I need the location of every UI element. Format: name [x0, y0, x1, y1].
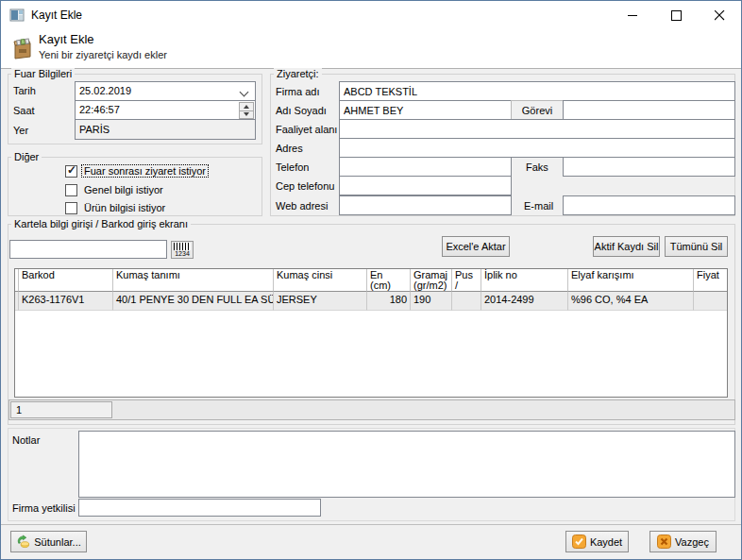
cell-kumas-cinsi[interactable]: JERSEY: [274, 292, 367, 311]
window-controls: [611, 1, 741, 29]
aktif-kaydi-sil-label: Aktif Kaydı Sil: [595, 241, 659, 252]
firma-yetkilisi-input[interactable]: [78, 499, 321, 517]
add-record-dialog: Kayıt Ekle Kayıt Ekle Yen: [0, 0, 742, 560]
yer-value: PARİS: [79, 124, 110, 135]
firma-adi-label: Firma adı: [276, 86, 319, 97]
email-label: E-mail: [524, 200, 553, 212]
page-subtitle: Yeni bir ziyaretçi kaydı ekler: [39, 49, 167, 60]
column-header-iplik-no[interactable]: İplik no: [481, 269, 568, 292]
cell-kumas-tanimi[interactable]: 40/1 PENYE 30 DEN FULL EA SÜ: [113, 292, 274, 311]
kartela-table[interactable]: Barkod Kumaş tanımı Kumaş cinsi En (cm) …: [14, 268, 728, 398]
gorevi-label-cell: Görevi: [511, 100, 564, 120]
cell-iplik-no[interactable]: 2014-2499: [481, 292, 568, 311]
column-header-en-cm[interactable]: En (cm): [367, 269, 411, 292]
close-icon: [715, 10, 725, 21]
aktif-kaydi-sil-button[interactable]: Aktif Kaydı Sil: [593, 236, 660, 257]
tarih-value: 25.02.2019: [79, 85, 131, 96]
faaliyet-alani-label: Faaliyet alanı: [276, 124, 337, 135]
column-header-kumas-cinsi[interactable]: Kumaş cinsi: [274, 269, 367, 292]
page-title: Kayıt Ekle: [39, 32, 94, 46]
maximize-button[interactable]: [654, 1, 698, 29]
column-header-barkod[interactable]: Barkod: [19, 269, 113, 292]
table-row[interactable]: K263-1176V1 40/1 PENYE 30 DEN FULL EA SÜ…: [15, 292, 727, 311]
cep-telefonu-input[interactable]: [339, 176, 512, 195]
email-input[interactable]: [563, 195, 735, 215]
firma-adi-input[interactable]: [339, 81, 735, 101]
table-header-row: Barkod Kumaş tanımı Kumaş cinsi En (cm) …: [15, 269, 727, 292]
adi-soyadi-label: Adı Soyadı: [276, 105, 327, 116]
record-navigator: 1: [8, 399, 735, 420]
tumunu-sil-button[interactable]: Tümünü Sil: [665, 236, 728, 257]
close-button[interactable]: [698, 1, 741, 29]
barcode-icon-text: 1234: [175, 250, 190, 257]
cell-elyaf-karisimi[interactable]: %96 CO, %4 EA: [568, 292, 694, 311]
card-file-icon: [10, 36, 35, 60]
spin-up-icon: [244, 105, 249, 109]
column-header-pus-fein[interactable]: Pus / Fein: [452, 269, 481, 292]
minimize-button[interactable]: [611, 1, 654, 29]
telefon-input[interactable]: [339, 157, 512, 177]
gorevi-input[interactable]: [563, 100, 735, 120]
column-header-gramaj[interactable]: Gramaj (gr/m2): [411, 269, 452, 292]
columns-icon: [16, 535, 30, 549]
cep-telefonu-label: Cep telefonu: [276, 180, 334, 192]
excel-aktar-label: Excel'e Aktar: [446, 241, 505, 252]
dialog-header: Kayıt Ekle Yeni bir ziyaretçi kaydı ekle…: [1, 29, 741, 69]
checkbox-label: Ürün bilgisi istiyor: [82, 202, 167, 213]
checkbox-fuar-sonrasi[interactable]: Fuar sonrası ziyaret istiyor: [65, 163, 208, 178]
cell-fiyat[interactable]: [694, 292, 727, 311]
notlar-label: Notlar: [12, 434, 40, 446]
sutunlar-button[interactable]: Sütunlar...: [10, 531, 87, 552]
barkod-input[interactable]: [9, 240, 167, 259]
kaydet-label: Kaydet: [590, 536, 622, 548]
saat-label: Saat: [13, 105, 35, 116]
checkbox-genel-bilgi[interactable]: Genel bilgi istiyor: [65, 182, 165, 197]
notlar-textarea[interactable]: [78, 431, 735, 498]
web-adresi-input[interactable]: [339, 195, 512, 215]
saat-spinedit[interactable]: 22:46:57: [75, 100, 256, 120]
vazgec-button[interactable]: Vazgeç: [649, 531, 717, 552]
cancel-x-icon: [657, 535, 671, 549]
cell-en-cm[interactable]: 180: [367, 292, 411, 311]
cell-pus-fein[interactable]: [452, 292, 481, 311]
firma-yetkilisi-label: Firma yetkilisi: [12, 502, 76, 514]
save-check-icon: [572, 535, 586, 549]
checkbox-icon[interactable]: [65, 165, 77, 178]
tumunu-sil-label: Tümünü Sil: [670, 241, 723, 252]
cell-barkod[interactable]: K263-1176V1: [19, 292, 113, 311]
kaydet-button[interactable]: Kaydet: [565, 531, 629, 552]
spin-down-button[interactable]: [239, 110, 254, 120]
adres-label: Adres: [276, 143, 303, 154]
saat-spinner: [239, 102, 254, 119]
telefon-label: Telefon: [276, 161, 309, 173]
excel-aktar-button[interactable]: Excel'e Aktar: [442, 236, 510, 257]
tarih-combobox[interactable]: 25.02.2019: [75, 81, 256, 101]
kartela-legend: Kartela bilgi girişi / Barkod giriş ekra…: [11, 218, 191, 229]
gorevi-label: Görevi: [522, 105, 552, 116]
adi-soyadi-input[interactable]: [339, 100, 512, 120]
web-adresi-label: Web adresi: [276, 200, 328, 212]
adres-input[interactable]: [339, 138, 735, 158]
checkbox-icon[interactable]: [65, 184, 77, 196]
yer-label: Yer: [13, 125, 28, 136]
title-bar[interactable]: Kayıt Ekle: [1, 1, 741, 29]
fuar-bilgileri-legend: Fuar Bilgileri: [11, 68, 75, 79]
sutunlar-label: Sütunlar...: [34, 536, 81, 548]
checkbox-icon[interactable]: [65, 202, 77, 214]
saat-value: 22:46:57: [79, 104, 120, 115]
column-header-elyaf-karisimi[interactable]: Elyaf karışımı: [568, 269, 694, 292]
minimize-icon: [628, 10, 638, 21]
faaliyet-alani-input[interactable]: [339, 119, 735, 139]
barcode-icon: 1234: [171, 241, 194, 259]
column-header-kumas-tanimi[interactable]: Kumaş tanımı: [113, 269, 274, 292]
vazgec-label: Vazgeç: [675, 536, 709, 548]
checkbox-urun-bilgisi[interactable]: Ürün bilgisi istiyor: [65, 200, 167, 215]
faks-input[interactable]: [563, 157, 735, 177]
column-header-fiyat[interactable]: Fiyat: [694, 269, 727, 292]
tarih-label: Tarih: [13, 85, 36, 96]
yer-field: PARİS: [75, 119, 256, 140]
cell-gramaj[interactable]: 190: [411, 292, 452, 311]
spin-down-icon: [244, 112, 249, 116]
chevron-down-icon[interactable]: [240, 88, 249, 97]
footer-bar: [1, 524, 741, 560]
